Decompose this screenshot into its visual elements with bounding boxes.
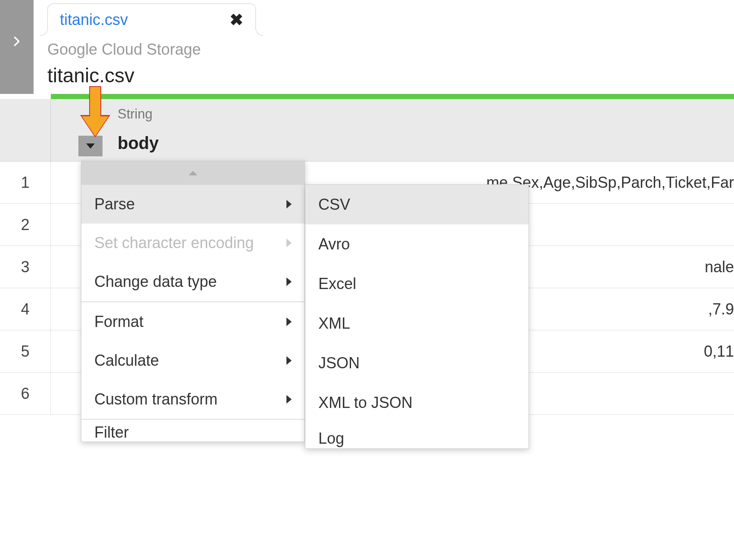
submenu-item-label: XML to JSON	[318, 394, 413, 412]
chevron-right-icon	[286, 395, 292, 404]
chevron-right-icon	[286, 277, 292, 286]
chevron-right-icon	[286, 239, 292, 247]
row-number: 5	[0, 330, 51, 372]
file-tab[interactable]: titanic.csv ✖	[47, 3, 256, 36]
submenu-item-label: Excel	[318, 275, 356, 293]
chevron-right-icon	[286, 317, 292, 326]
row-number: 3	[0, 246, 51, 288]
submenu-item-label: Log	[318, 429, 344, 448]
caret-down-icon	[86, 143, 95, 149]
menu-item-label: Set character encoding	[94, 234, 254, 252]
submenu-item-label: XML	[318, 314, 350, 333]
submenu-item-json[interactable]: JSON	[305, 343, 529, 383]
menu-item-set-encoding: Set character encoding	[81, 224, 305, 262]
tab-title: titanic.csv	[60, 11, 128, 29]
chevron-right-icon	[11, 35, 23, 47]
chevron-right-icon	[286, 200, 292, 208]
menu-section: Format Calculate Custom transform	[81, 302, 305, 420]
submenu-item-label: CSV	[318, 196, 350, 214]
menu-item-label: Filter	[94, 423, 129, 442]
submenu-item-label: JSON	[318, 354, 360, 372]
header: titanic.csv ✖ Google Cloud Storage titan…	[34, 0, 734, 94]
source-label: Google Cloud Storage	[47, 40, 201, 59]
submenu-item-excel[interactable]: Excel	[305, 264, 529, 304]
menu-item-label: Custom transform	[94, 390, 218, 408]
chevron-right-icon	[286, 356, 292, 365]
column-name: body	[118, 134, 159, 153]
row-number: 2	[0, 204, 51, 246]
menu-item-change-type[interactable]: Change data type	[81, 262, 305, 301]
menu-item-label: Calculate	[94, 352, 159, 370]
menu-item-label: Parse	[94, 195, 135, 213]
row-number: 4	[0, 288, 51, 330]
parse-submenu: CSV Avro Excel XML JSON XML to JSON Log	[305, 184, 529, 449]
row-header-corner	[0, 99, 51, 162]
row-number: 6	[0, 373, 51, 414]
menu-item-parse[interactable]: Parse	[81, 185, 305, 224]
submenu-item-xml[interactable]: XML	[305, 304, 529, 343]
menu-item-label: Format	[94, 313, 143, 331]
submenu-item-avro[interactable]: Avro	[305, 224, 529, 264]
menu-item-custom-transform[interactable]: Custom transform	[81, 380, 305, 419]
column-menu-button[interactable]	[78, 136, 103, 156]
submenu-item-label: Avro	[318, 235, 350, 253]
menu-item-filter[interactable]: Filter	[81, 420, 305, 442]
column-context-menu: Parse Set character encoding Change data…	[81, 161, 305, 442]
data-quality-bar	[51, 94, 734, 99]
file-title: titanic.csv	[47, 64, 134, 87]
sidebar-expand-button[interactable]	[0, 0, 34, 94]
menu-collapse-handle[interactable]	[81, 161, 305, 185]
menu-section: Filter	[81, 420, 305, 442]
column-header: String body	[51, 99, 734, 162]
close-icon[interactable]: ✖	[230, 10, 243, 29]
submenu-item-log[interactable]: Log	[305, 423, 529, 448]
menu-item-format[interactable]: Format	[81, 302, 305, 341]
column-type-label: String	[118, 106, 152, 122]
caret-up-icon	[189, 171, 197, 175]
submenu-item-csv[interactable]: CSV	[305, 185, 529, 224]
submenu-item-xml-to-json[interactable]: XML to JSON	[305, 383, 529, 423]
row-number: 1	[0, 162, 51, 203]
annotation-arrow	[82, 86, 109, 138]
menu-item-label: Change data type	[94, 273, 217, 291]
menu-item-calculate[interactable]: Calculate	[81, 341, 305, 380]
menu-section: Parse Set character encoding Change data…	[81, 185, 305, 302]
